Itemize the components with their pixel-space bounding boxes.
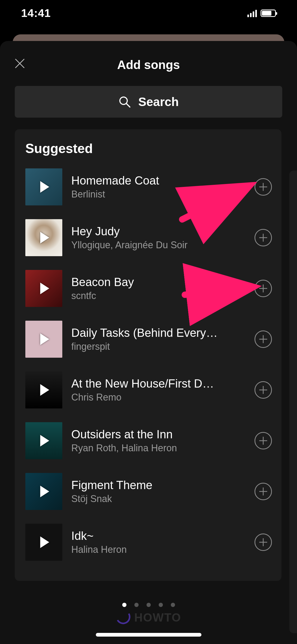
play-icon <box>40 536 49 548</box>
close-icon <box>14 58 26 69</box>
home-indicator[interactable] <box>96 633 201 637</box>
track-title: Outsiders at the Inn <box>71 428 246 441</box>
track-row[interactable]: Figment Theme Stöj Snak <box>15 466 281 517</box>
track-artist: Chris Remo <box>71 392 246 403</box>
album-art[interactable] <box>25 422 62 459</box>
page-dot[interactable] <box>171 603 175 607</box>
sheet-title: Add songs <box>117 58 180 72</box>
album-art[interactable] <box>25 219 62 256</box>
track-meta: Beacon Bay scntfc <box>71 275 246 301</box>
search-icon <box>118 95 131 108</box>
add-button[interactable] <box>254 280 272 297</box>
svg-line-3 <box>126 104 130 107</box>
page-dot[interactable] <box>159 603 163 607</box>
add-button[interactable] <box>254 229 272 246</box>
track-title: Figment Theme <box>71 479 246 492</box>
status-icons <box>247 9 276 17</box>
add-button[interactable] <box>254 432 272 449</box>
album-art[interactable] <box>25 270 62 307</box>
page-indicator[interactable] <box>0 603 297 607</box>
track-meta: Idk~ Halina Heron <box>71 529 246 555</box>
track-title: Beacon Bay <box>71 275 246 289</box>
watermark-text: HOWTO <box>134 611 181 624</box>
section-title: Suggested <box>15 141 281 162</box>
play-icon <box>40 435 49 447</box>
sheet-header: Add songs <box>0 52 297 78</box>
track-artist: Yllogique, Araignée Du Soir <box>71 240 246 251</box>
track-meta: Homemade Coat Berlinist <box>71 174 246 200</box>
page-dot[interactable] <box>134 603 139 607</box>
track-meta: At the New House/First D… Chris Remo <box>71 377 246 403</box>
track-title: Idk~ <box>71 529 246 542</box>
track-meta: Hey Judy Yllogique, Araignée Du Soir <box>71 225 246 251</box>
suggested-panel: Suggested Homemade Coat Berlinist Hey Ju… <box>15 129 281 581</box>
track-title: Hey Judy <box>71 225 246 238</box>
track-artist: scntfc <box>71 290 246 301</box>
status-time: 14:41 <box>21 7 51 20</box>
album-art[interactable] <box>25 321 62 358</box>
close-button[interactable] <box>13 57 26 70</box>
track-row[interactable]: Homemade Coat Berlinist <box>15 162 281 212</box>
track-meta: Outsiders at the Inn Ryan Roth, Halina H… <box>71 428 246 454</box>
album-art[interactable] <box>25 473 62 510</box>
track-list[interactable]: Homemade Coat Berlinist Hey Judy Yllogiq… <box>15 162 281 568</box>
track-artist: Halina Heron <box>71 544 246 555</box>
page-dot[interactable] <box>147 603 151 607</box>
page-dot[interactable] <box>122 603 126 607</box>
add-button[interactable] <box>254 330 272 348</box>
play-icon <box>40 181 49 193</box>
track-row[interactable]: Hey Judy Yllogique, Araignée Du Soir <box>15 212 281 263</box>
track-row[interactable]: Daily Tasks (Behind Every… fingerspit <box>15 314 281 365</box>
search-button[interactable]: Search <box>15 86 282 118</box>
track-row[interactable]: At the New House/First D… Chris Remo <box>15 365 281 415</box>
next-panel-peek[interactable] <box>289 171 297 633</box>
album-art[interactable] <box>25 168 62 205</box>
watermark: HOWTO <box>116 610 181 625</box>
play-icon <box>40 283 49 294</box>
track-row[interactable]: Beacon Bay scntfc <box>15 263 281 314</box>
battery-icon <box>261 10 276 17</box>
track-meta: Daily Tasks (Behind Every… fingerspit <box>71 326 246 352</box>
track-artist: Stöj Snak <box>71 493 246 504</box>
play-icon <box>40 333 49 345</box>
play-icon <box>40 232 49 243</box>
album-art[interactable] <box>25 371 62 408</box>
album-art[interactable] <box>25 524 62 561</box>
search-label: Search <box>138 95 179 109</box>
track-artist: Ryan Roth, Halina Heron <box>71 443 246 454</box>
add-songs-sheet: Add songs Search Suggested Homemade Coat… <box>0 41 297 644</box>
track-meta: Figment Theme Stöj Snak <box>71 479 246 504</box>
add-button[interactable] <box>254 533 272 551</box>
play-icon <box>40 486 49 497</box>
track-title: Homemade Coat <box>71 174 246 187</box>
add-button[interactable] <box>254 483 272 500</box>
track-title: At the New House/First D… <box>71 377 246 390</box>
track-row[interactable]: Idk~ Halina Heron <box>15 517 281 568</box>
track-artist: fingerspit <box>71 341 246 352</box>
track-title: Daily Tasks (Behind Every… <box>71 326 246 339</box>
track-artist: Berlinist <box>71 189 246 200</box>
play-icon <box>40 384 49 396</box>
track-row[interactable]: Outsiders at the Inn Ryan Roth, Halina H… <box>15 415 281 466</box>
signal-icon <box>247 9 257 17</box>
add-button[interactable] <box>254 381 272 399</box>
add-button[interactable] <box>254 178 272 196</box>
status-bar: 14:41 <box>0 0 297 26</box>
watermark-icon <box>116 610 132 625</box>
